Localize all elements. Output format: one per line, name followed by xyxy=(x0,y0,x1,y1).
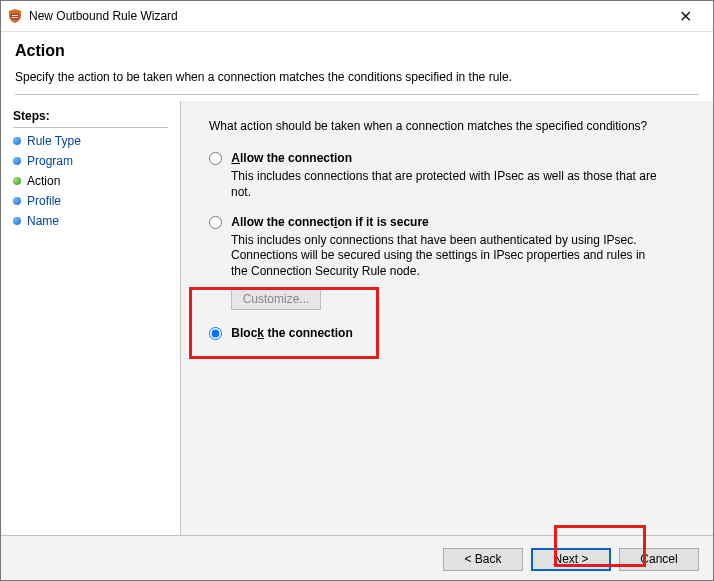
radio-allow[interactable] xyxy=(209,152,222,165)
svg-rect-0 xyxy=(11,14,19,20)
mnemonic: A xyxy=(231,151,240,165)
steps-label: Steps: xyxy=(13,109,168,128)
option-allow-secure: Allow the connection if it is secure Thi… xyxy=(209,215,691,310)
radio-allow-secure[interactable] xyxy=(209,216,222,229)
label-text: llow the connection xyxy=(240,151,352,165)
label-text: Allow the connect xyxy=(231,215,334,229)
main-panel: What action should be taken when a conne… xyxy=(181,101,713,535)
bullet-icon xyxy=(13,217,21,225)
step-link[interactable]: Profile xyxy=(27,194,61,208)
radio-label[interactable]: Allow the connection xyxy=(209,151,352,165)
step-current: Action xyxy=(27,174,60,188)
label-text: Bloc xyxy=(231,326,257,340)
label-text: the connection xyxy=(264,326,353,340)
next-button[interactable]: Next > xyxy=(531,548,611,571)
page-title: Action xyxy=(15,42,699,60)
option-block: Block the connection xyxy=(209,326,691,340)
option-allow: Allow the connection This includes conne… xyxy=(209,151,691,201)
app-icon xyxy=(7,8,23,24)
step-program[interactable]: Program xyxy=(13,154,168,168)
step-name[interactable]: Name xyxy=(13,214,168,228)
close-button[interactable]: ✕ xyxy=(663,1,707,31)
bullet-icon xyxy=(13,157,21,165)
cancel-button[interactable]: Cancel xyxy=(619,548,699,571)
svg-rect-1 xyxy=(12,15,18,16)
button-label: < Back xyxy=(464,552,501,566)
svg-rect-2 xyxy=(12,17,18,18)
window-title: New Outbound Rule Wizard xyxy=(29,9,178,23)
step-profile[interactable]: Profile xyxy=(13,194,168,208)
step-link[interactable]: Rule Type xyxy=(27,134,81,148)
button-label: Cancel xyxy=(640,552,677,566)
header-divider xyxy=(15,94,699,95)
bullet-icon xyxy=(13,177,21,185)
step-link[interactable]: Name xyxy=(27,214,59,228)
step-rule-type[interactable]: Rule Type xyxy=(13,134,168,148)
bullet-icon xyxy=(13,197,21,205)
radio-block[interactable] xyxy=(209,327,222,340)
wizard-header: Action Specify the action to be taken wh… xyxy=(1,32,713,101)
option-desc: This includes only connections that have… xyxy=(231,233,661,280)
back-button[interactable]: < Back xyxy=(443,548,523,571)
page-subtitle: Specify the action to be taken when a co… xyxy=(15,70,699,84)
option-desc: This includes connections that are prote… xyxy=(231,169,661,200)
close-icon: ✕ xyxy=(679,7,692,26)
radio-label[interactable]: Block the connection xyxy=(209,326,353,340)
bullet-icon xyxy=(13,137,21,145)
step-link[interactable]: Program xyxy=(27,154,73,168)
step-action: Action xyxy=(13,174,168,188)
title-bar: New Outbound Rule Wizard ✕ xyxy=(1,1,713,32)
question-text: What action should be taken when a conne… xyxy=(209,119,691,133)
steps-panel: Steps: Rule Type Program Action Profile … xyxy=(1,101,181,535)
radio-label[interactable]: Allow the connection if it is secure xyxy=(209,215,429,229)
customize-button: Customize... xyxy=(231,288,321,310)
wizard-footer: < Back Next > Cancel xyxy=(1,535,713,581)
label-text: on if it is secure xyxy=(337,215,428,229)
